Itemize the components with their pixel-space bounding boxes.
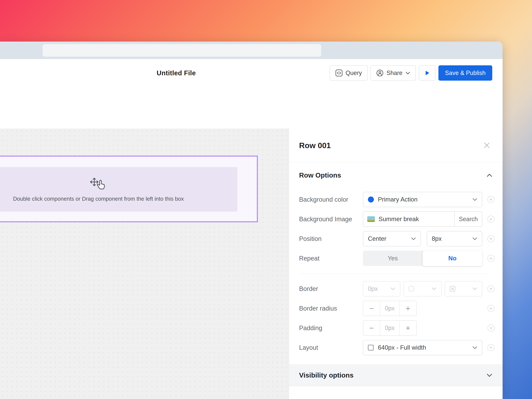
chevron-down-icon [472, 198, 477, 201]
border-color-select[interactable] [404, 281, 442, 296]
background-color-label: Background color [299, 196, 363, 203]
position-label: Position [299, 235, 363, 242]
decrease-button[interactable]: − [363, 321, 380, 335]
play-icon [424, 69, 431, 77]
plus-icon[interactable]: + [488, 305, 494, 312]
border-style-select[interactable] [445, 281, 482, 296]
panel-title-row: Row 001 [289, 128, 503, 162]
layout-label: Layout [299, 344, 363, 351]
border-radius-value: 0px [380, 301, 400, 316]
query-button-label: Query [346, 70, 362, 76]
repeat-label: Repeat [299, 255, 363, 262]
editor-canvas[interactable]: Double click components or Drag componen… [0, 128, 289, 399]
plus-icon[interactable]: + [488, 324, 494, 331]
border-width-select[interactable]: 0px [363, 281, 400, 296]
border-label: Border [299, 285, 363, 292]
padding-label: Padding [299, 324, 363, 332]
field-background-color: Background color Primary Action + [299, 192, 500, 207]
main-area: Double click components or Drag componen… [0, 128, 503, 399]
repeat-no-option[interactable]: No [423, 251, 482, 266]
chevron-down-icon [405, 72, 410, 75]
repeat-yes-option[interactable]: Yes [363, 251, 423, 266]
plus-icon[interactable]: + [488, 235, 494, 242]
row-options-fields: Background color Primary Action + Bac [289, 192, 503, 355]
code-icon [335, 69, 343, 77]
app-header: Untitled File Query Share [0, 59, 503, 87]
padding-value: 0px [380, 321, 400, 335]
image-thumbnail [367, 216, 375, 222]
layout-value: 640px - Full width [378, 344, 426, 351]
panel-title: Row 001 [299, 141, 331, 150]
field-repeat: Repeat Yes No + [299, 251, 500, 266]
plus-icon[interactable]: + [488, 255, 494, 262]
chevron-down-icon [411, 237, 416, 240]
background-image-value-cell[interactable]: Summer break [363, 212, 454, 226]
chevron-down-icon [472, 237, 477, 240]
padding-stepper: − 0px + [363, 320, 417, 336]
query-button[interactable]: Query [330, 65, 367, 81]
chevron-down-icon [390, 287, 395, 290]
border-width-value: 0px [368, 285, 378, 292]
chevron-down-icon [431, 287, 437, 290]
user-icon [376, 69, 384, 77]
row-dropzone[interactable]: Double click components or Drag componen… [0, 167, 237, 212]
position-align-select[interactable]: Center [363, 231, 421, 246]
field-layout: Layout 640px - Full width + [299, 340, 500, 355]
properties-panel: Row 001 Row Options Background color [289, 128, 503, 399]
image-search-button[interactable]: Search [454, 212, 482, 226]
close-icon[interactable] [483, 141, 491, 149]
app-window: Untitled File Query Share [0, 42, 503, 399]
drag-hand-icon [90, 177, 107, 191]
file-title: Untitled File [157, 69, 196, 77]
field-border: Border 0px [299, 281, 500, 296]
field-padding: Padding − 0px + + [299, 320, 500, 336]
field-position: Position Center 8px [299, 231, 500, 246]
increase-button[interactable]: + [400, 301, 416, 316]
dropzone-hint: Double click components or Drag componen… [13, 196, 184, 202]
header-toolbar: Query Share Save & Publish [330, 65, 492, 81]
field-background-image: Background Image Summer break Search + [299, 211, 500, 227]
checkbox-icon [368, 345, 374, 350]
plus-icon[interactable]: + [488, 344, 494, 351]
background-image-control: Summer break Search [363, 211, 482, 227]
background-image-value: Summer break [379, 216, 419, 223]
border-radius-label: Border radius [299, 305, 363, 312]
chevron-down-icon [472, 287, 477, 290]
visibility-options-title: Visibility options [299, 371, 354, 379]
plus-icon[interactable]: + [488, 216, 494, 223]
border-radius-stepper: − 0px + [363, 301, 417, 316]
share-button[interactable]: Share [371, 65, 416, 81]
background-color-select[interactable]: Primary Action [363, 192, 482, 207]
address-bar[interactable] [43, 44, 321, 57]
chevron-down-icon [487, 374, 492, 377]
background-image-label: Background Image [299, 216, 363, 223]
plus-icon[interactable]: + [488, 196, 494, 203]
layout-select[interactable]: 640px - Full width [363, 340, 482, 355]
share-button-label: Share [386, 70, 403, 76]
field-border-radius: Border radius − 0px + + [299, 301, 500, 316]
save-publish-button[interactable]: Save & Publish [438, 65, 492, 81]
selected-row[interactable]: Double click components or Drag componen… [0, 156, 258, 222]
border-color-swatch-icon [408, 286, 414, 291]
chevron-up-icon [487, 174, 492, 177]
browser-chrome-bar [0, 42, 503, 59]
position-size-value: 8px [432, 235, 442, 242]
row-options-header[interactable]: Row Options [289, 168, 503, 182]
decrease-button[interactable]: − [363, 301, 380, 316]
position-size-select[interactable]: 8px [427, 231, 482, 246]
plus-icon[interactable]: + [488, 285, 494, 292]
chevron-down-icon [472, 346, 477, 349]
no-border-icon [450, 286, 455, 291]
color-swatch [368, 196, 374, 203]
row-options-title: Row Options [299, 171, 341, 179]
preview-button[interactable] [419, 65, 435, 81]
background-color-value: Primary Action [378, 196, 418, 203]
position-align-value: Center [368, 235, 386, 242]
visibility-options-header[interactable]: Visibility options [289, 364, 503, 386]
repeat-toggle: Yes No [363, 251, 482, 266]
increase-button[interactable]: + [400, 321, 416, 335]
